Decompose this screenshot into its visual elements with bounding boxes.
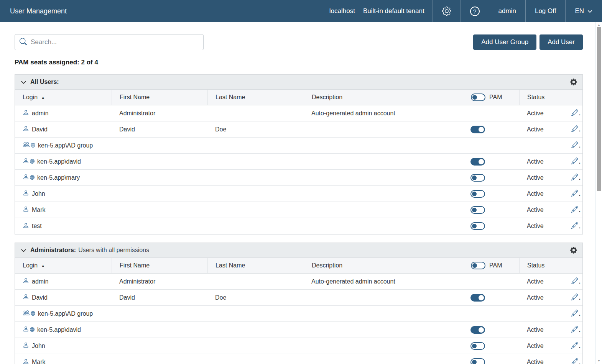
pam-toggle[interactable] [470, 326, 485, 334]
scrollbar-thumb[interactable] [597, 27, 601, 191]
table-row[interactable]: MarkActive. [15, 202, 582, 218]
table-row[interactable]: adminAdministratorAuto-generated admin a… [15, 274, 582, 290]
pam-toggle[interactable] [470, 222, 485, 230]
table-row[interactable]: MarkActive. [15, 354, 582, 364]
column-header-login[interactable]: Login▲ [15, 258, 112, 273]
pam-toggle[interactable] [470, 158, 485, 166]
row-actions[interactable]: . [571, 293, 581, 302]
first-name-cell [112, 202, 207, 218]
edit-pencil-icon[interactable] [571, 293, 578, 302]
table-row[interactable]: DavidDavidDoeActive. [15, 290, 582, 306]
column-header-description[interactable]: Description [304, 90, 463, 105]
row-actions[interactable]: . [571, 206, 581, 214]
row-actions[interactable]: . [571, 326, 581, 334]
row-actions[interactable]: . [571, 342, 581, 350]
edit-pencil-icon[interactable] [571, 157, 578, 166]
row-actions[interactable]: . [571, 141, 581, 150]
search-input[interactable] [31, 38, 199, 46]
row-actions[interactable]: . [571, 358, 581, 364]
pam-header-toggle[interactable] [471, 262, 485, 269]
edit-pencil-icon[interactable] [571, 310, 578, 318]
pam-toggle[interactable] [470, 126, 485, 133]
row-actions[interactable]: . [571, 222, 581, 230]
nav-user[interactable]: admin [489, 0, 525, 22]
row-actions[interactable]: . [571, 109, 581, 118]
row-actions[interactable]: . [571, 310, 581, 318]
edit-pencil-icon[interactable] [571, 109, 578, 118]
row-actions[interactable]: . [571, 157, 581, 166]
help-button[interactable]: ? [461, 0, 489, 22]
table-row[interactable]: DavidDavidDoeActive. [15, 121, 582, 138]
add-user-group-button[interactable]: Add User Group [473, 34, 536, 50]
edit-pencil-icon[interactable] [571, 141, 578, 150]
pam-toggle[interactable] [470, 190, 485, 198]
column-header-status[interactable]: Status [519, 258, 582, 273]
scroll-down-arrow-icon[interactable]: ▼ [596, 359, 602, 362]
description-cell [304, 218, 463, 234]
column-header-first-name[interactable]: First Name [112, 90, 207, 105]
edit-pencil-icon[interactable] [571, 342, 578, 350]
pam-toggle[interactable] [470, 174, 485, 182]
gear-icon [442, 7, 451, 16]
person-icon [23, 326, 29, 334]
table-row[interactable]: JohnActive. [15, 186, 582, 202]
search-box[interactable] [15, 34, 204, 50]
table-row[interactable]: ken-5.app\davidActive. [15, 322, 582, 338]
settings-button[interactable] [433, 0, 461, 22]
description-cell [304, 121, 463, 137]
edit-pencil-icon[interactable] [571, 206, 578, 214]
row-actions[interactable]: . [571, 190, 581, 198]
column-header-pam[interactable]: PAM [463, 90, 519, 105]
row-actions[interactable]: . [571, 174, 581, 182]
chevron-down-icon[interactable] [20, 247, 27, 254]
row-actions[interactable]: . [571, 125, 581, 134]
scroll-up-arrow-icon[interactable]: ▲ [596, 23, 602, 27]
table-row[interactable]: ken-5.app\AD group. [15, 306, 582, 322]
edit-pencil-icon[interactable] [571, 358, 578, 364]
edit-pencil-icon[interactable] [571, 174, 578, 182]
pam-toggle[interactable] [470, 294, 485, 302]
table-row[interactable]: testActive. [15, 218, 582, 234]
section-settings-gear-icon[interactable] [570, 79, 577, 85]
edit-pencil-icon[interactable] [571, 326, 578, 334]
column-header-last-name[interactable]: Last Name [207, 90, 304, 105]
pam-toggle[interactable] [470, 342, 485, 350]
section-header[interactable]: Administrators:Users with all permission… [15, 243, 582, 258]
section-settings-gear-icon[interactable] [570, 247, 577, 254]
column-header-login[interactable]: Login▲ [15, 90, 112, 105]
first-name-cell [112, 322, 207, 338]
table-row[interactable]: ken-5.app\maryActive. [15, 170, 582, 186]
logoff-button[interactable]: Log Off [525, 0, 565, 22]
language-selector[interactable]: EN [565, 0, 602, 22]
edit-pencil-icon[interactable] [571, 222, 578, 230]
nav-host: localhost [329, 7, 355, 15]
column-header-pam[interactable]: PAM [463, 258, 519, 273]
edit-pencil-icon[interactable] [571, 125, 578, 134]
login-text: ken-5.app\mary [37, 174, 80, 181]
table-row[interactable]: adminAdministratorAuto-generated admin a… [15, 105, 582, 121]
pam-toggle[interactable] [470, 206, 485, 214]
row-actions[interactable]: . [571, 277, 581, 286]
login-text: test [32, 223, 42, 230]
page-title: User Management [0, 7, 67, 15]
description-cell [304, 322, 463, 338]
column-header-status[interactable]: Status [519, 90, 582, 105]
table-row[interactable]: JohnActive. [15, 338, 582, 354]
table-row[interactable]: ken-5.app\AD group. [15, 138, 582, 154]
column-header-last-name[interactable]: Last Name [207, 258, 304, 273]
actions-more-dot: . [579, 110, 581, 116]
login-text: David [32, 126, 48, 133]
column-header-first-name[interactable]: First Name [112, 258, 207, 273]
person-icon [23, 125, 29, 133]
section-header[interactable]: All Users: [15, 75, 582, 90]
pam-toggle[interactable] [470, 358, 485, 364]
add-user-button[interactable]: Add User [539, 34, 583, 50]
column-header-description[interactable]: Description [304, 258, 463, 273]
pam-header-toggle[interactable] [471, 93, 485, 101]
login-cell: John [15, 186, 112, 202]
edit-pencil-icon[interactable] [571, 190, 578, 198]
vertical-scrollbar[interactable]: ▲ ▼ [595, 22, 602, 364]
table-row[interactable]: ken-5.app\davidActive. [15, 154, 582, 170]
edit-pencil-icon[interactable] [571, 277, 578, 286]
chevron-down-icon[interactable] [20, 79, 27, 85]
